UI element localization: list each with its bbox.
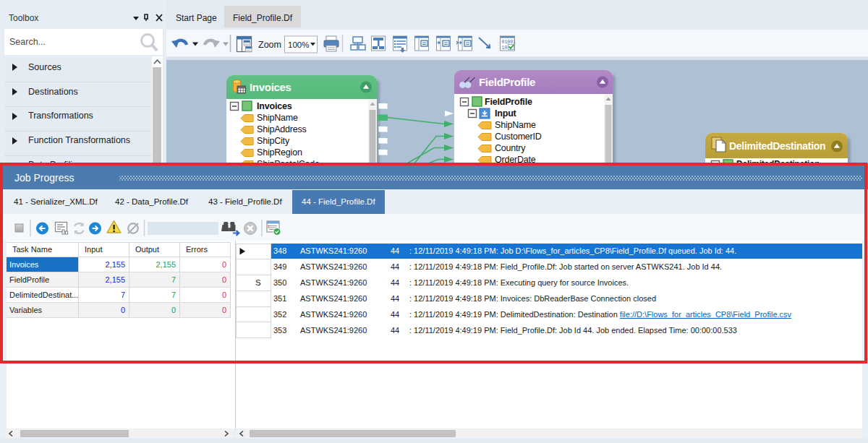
svg-text:100%: 100%: [288, 40, 309, 49]
svg-text:01001: 01001: [502, 40, 516, 45]
svg-text:Zoom: Zoom: [258, 40, 281, 50]
svg-text:10: 10: [502, 46, 508, 51]
